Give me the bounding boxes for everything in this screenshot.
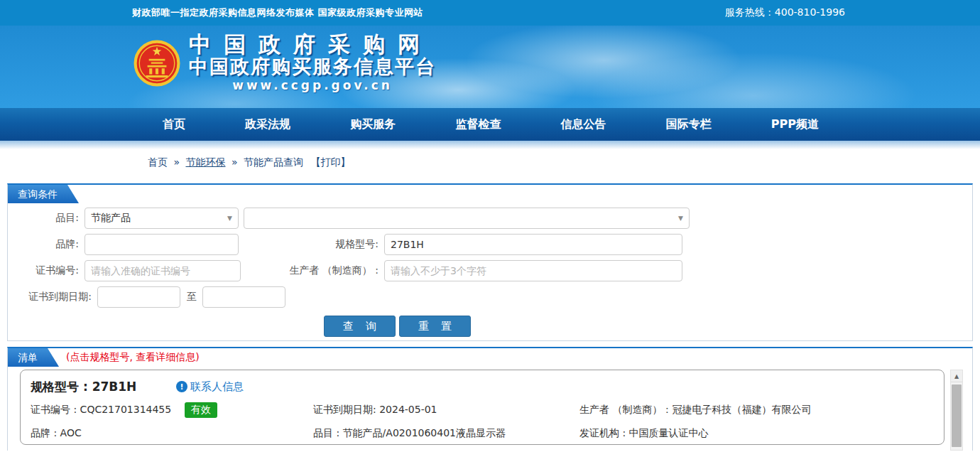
result-manufacturer: 生产者 （制造商）：冠捷电子科技（福建）有限公司 xyxy=(579,404,934,416)
contact-info: ! 联系人信息 xyxy=(176,380,244,394)
nav-item-announcements[interactable]: 信息公告 xyxy=(561,117,606,132)
breadcrumb: 首页 » 节能环保 » 节能产品查询 【打印】 xyxy=(0,149,980,169)
date-range-separator: 至 xyxy=(187,291,197,303)
model-input[interactable] xyxy=(384,234,682,255)
result-cert-cell: 证书编号 : CQC21701314455 有效 xyxy=(31,402,313,418)
expiry-end-date-input[interactable] xyxy=(202,286,285,308)
site-subtitle: 中国政府购买服务信息平台 xyxy=(189,56,436,77)
result-issuer: 发证机构 : 中国质量认证中心 xyxy=(579,427,934,440)
result-cert-number: 证书编号 : CQC21701314455 xyxy=(31,404,171,415)
breadcrumb-section: 首页 » 节能环保 » 节能产品查询 【打印】 xyxy=(0,141,980,183)
category-select-value: 节能产品 xyxy=(91,212,131,225)
topbar-hotline: 服务热线：400-810-1996 xyxy=(725,6,845,19)
scroll-up-button[interactable]: ▲ xyxy=(951,370,962,382)
result-card-details: 证书编号 : CQC21701314455 有效 证书到期日期: 2024-05… xyxy=(31,402,934,440)
brand-input[interactable] xyxy=(85,234,239,255)
form-row-expiry: 证书到期日期: 至 xyxy=(8,286,972,308)
status-badge: 有效 xyxy=(185,402,217,418)
main-content: 查询条件 品目: 节能产品 ▼ ▼ 品牌: 规格型号: 证书 xyxy=(7,183,973,451)
search-button[interactable]: 查 询 xyxy=(324,316,396,337)
result-model-link[interactable]: 规格型号 : 27B1H xyxy=(31,379,176,395)
topbar-tagline: 财政部唯一指定政府采购信息网络发布媒体 国家级政府采购专业网站 xyxy=(132,6,423,19)
nav-shadow xyxy=(0,141,980,149)
chevron-down-icon: ▼ xyxy=(678,215,683,222)
site-url: www.ccgp.gov.cn xyxy=(189,77,436,93)
query-form: 品目: 节能产品 ▼ ▼ 品牌: 规格型号: 证书编号: 生产者 （ xyxy=(8,208,972,337)
main-nav: 首页 政采法规 购买服务 监督检查 信息公告 国际专栏 PPP频道 xyxy=(0,108,980,141)
list-tab-row: 清单 (点击规格型号, 查看详细信息) xyxy=(8,348,972,367)
query-panel-tab: 查询条件 xyxy=(8,185,79,203)
category-select[interactable]: 节能产品 ▼ xyxy=(85,208,239,229)
topbar: 财政部唯一指定政府采购信息网络发布媒体 国家级政府采购专业网站 服务热线：400… xyxy=(0,0,980,26)
breadcrumb-section-link[interactable]: 节能环保 xyxy=(185,156,225,168)
nav-item-home[interactable]: 首页 xyxy=(163,117,185,132)
scroll-thumb[interactable] xyxy=(952,384,962,447)
national-emblem-icon xyxy=(134,40,180,87)
reset-button[interactable]: 重 置 xyxy=(399,316,471,337)
info-icon: ! xyxy=(176,381,187,392)
site-header: 中国政府采购网 中国政府购买服务信息平台 www.ccgp.gov.cn xyxy=(0,26,980,108)
result-card: 规格型号 : 27B1H ! 联系人信息 证书编号 : CQC217013144… xyxy=(20,370,944,445)
result-card-header: 规格型号 : 27B1H ! 联系人信息 xyxy=(31,377,934,397)
manufacturer-label: 生产者 （制造商） : xyxy=(241,264,384,277)
query-panel: 查询条件 品目: 节能产品 ▼ ▼ 品牌: 规格型号: 证书 xyxy=(7,183,973,341)
form-row-brand-model: 品牌: 规格型号: xyxy=(8,234,972,255)
list-hint-note: (点击规格型号, 查看详细信息) xyxy=(66,351,200,364)
contact-info-link[interactable]: 联系人信息 xyxy=(190,380,244,394)
list-panel-tab: 清单 xyxy=(8,348,59,367)
cert-number-input[interactable] xyxy=(85,260,241,281)
model-label: 规格型号: xyxy=(239,238,384,251)
nav-item-purchase-services[interactable]: 购买服务 xyxy=(350,117,396,132)
breadcrumb-separator: » xyxy=(173,156,180,168)
brand-label: 品牌: xyxy=(8,238,85,251)
site-logo[interactable]: 中国政府采购网 中国政府购买服务信息平台 www.ccgp.gov.cn xyxy=(134,33,436,93)
nav-item-ppp[interactable]: PPP频道 xyxy=(771,117,819,132)
result-brand: 品牌 : AOC xyxy=(31,427,313,440)
nav-item-regulations[interactable]: 政采法规 xyxy=(245,117,290,132)
manufacturer-input[interactable] xyxy=(384,260,682,281)
form-row-category: 品目: 节能产品 ▼ ▼ xyxy=(8,208,972,229)
nav-item-supervision[interactable]: 监督检查 xyxy=(455,117,501,132)
result-category: 品目 : 节能产品/A0201060401液晶显示器 xyxy=(313,427,579,440)
breadcrumb-home-link[interactable]: 首页 xyxy=(148,156,168,168)
form-row-cert-manufacturer: 证书编号: 生产者 （制造商） : xyxy=(8,260,972,281)
category-label: 品目: xyxy=(8,212,85,225)
chevron-down-icon: ▼ xyxy=(227,215,232,222)
list-panel: 清单 (点击规格型号, 查看详细信息) 规格型号 : 27B1H ! 联系人信息… xyxy=(7,347,973,451)
main-nav-inner: 首页 政采法规 购买服务 监督检查 信息公告 国际专栏 PPP频道 xyxy=(163,108,819,141)
form-buttons: 查 询 重 置 xyxy=(324,316,972,337)
breadcrumb-separator: » xyxy=(232,156,238,168)
expiry-start-date-input[interactable] xyxy=(97,286,180,308)
nav-item-international[interactable]: 国际专栏 xyxy=(666,117,712,132)
cert-number-label: 证书编号: xyxy=(8,264,85,277)
print-link[interactable]: 【打印】 xyxy=(310,156,350,168)
cert-expiry-label: 证书到期日期: xyxy=(8,291,97,303)
breadcrumb-current: 节能产品查询 xyxy=(244,156,303,168)
list-scrollbar[interactable]: ▲ xyxy=(950,370,963,451)
subcategory-select[interactable]: ▼ xyxy=(244,208,690,229)
site-titles: 中国政府采购网 中国政府购买服务信息平台 www.ccgp.gov.cn xyxy=(189,33,436,93)
result-expiry: 证书到期日期: 2024-05-01 xyxy=(313,404,579,416)
site-title: 中国政府采购网 xyxy=(189,33,436,56)
